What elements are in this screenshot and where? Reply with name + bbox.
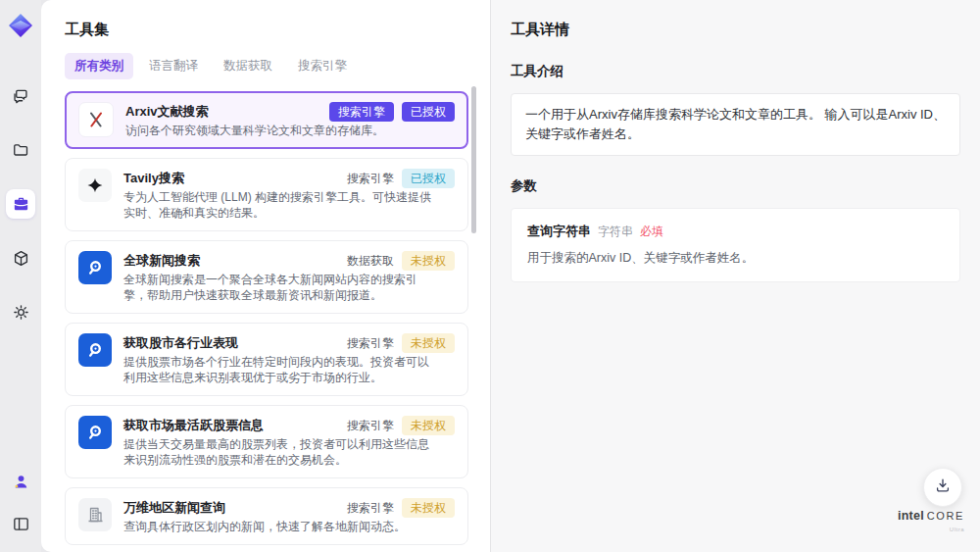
list-scrollbar-thumb[interactable] xyxy=(471,86,476,233)
download-icon xyxy=(934,477,952,498)
app-logo-icon xyxy=(7,12,34,39)
tool-category: 搜索引擎 xyxy=(347,335,394,352)
sidebar-item-files[interactable] xyxy=(6,135,35,165)
sidebar-item-tools[interactable] xyxy=(6,189,35,219)
building-icon xyxy=(78,498,112,531)
tool-auth-badge: 已授权 xyxy=(402,102,455,122)
blue-q-icon xyxy=(78,251,112,284)
blue-q-icon xyxy=(78,333,112,367)
tool-card[interactable]: 万维地区新闻查询 查询具体行政区划内的新闻，快速了解各地新闻动态。 搜索引擎 未… xyxy=(65,487,468,545)
tool-intro-text: 一个用于从Arxiv存储库搜索科学论文和文章的工具。 输入可以是Arxiv ID… xyxy=(511,93,960,156)
tool-auth-badge: 未授权 xyxy=(402,498,455,518)
gear-icon xyxy=(12,303,30,322)
tool-description: 提供当天交易量最高的股票列表，投资者可以利用这些信息来识别流动性强的股票和潜在的… xyxy=(123,436,455,468)
tool-description: 查询具体行政区划内的新闻，快速了解各地新闻动态。 xyxy=(123,519,455,534)
tool-description: 访问各个研究领域大量科学论文和文章的存储库。 xyxy=(125,123,455,138)
tool-card[interactable]: 获取市场最活跃股票信息 提供当天交易量最高的股票列表，投资者可以利用这些信息来识… xyxy=(65,405,468,478)
tab-2[interactable]: 数据获取 xyxy=(214,53,282,79)
sidebar-item-models[interactable] xyxy=(6,243,35,273)
parameter-required-badge: 必填 xyxy=(640,224,663,240)
tool-card[interactable]: Tavily搜索 专为人工智能代理 (LLM) 构建的搜索引擎工具。可快速提供实… xyxy=(65,158,468,231)
tool-auth-badge: 未授权 xyxy=(402,251,455,271)
parameter-type: 字符串 xyxy=(598,224,633,240)
tab-0[interactable]: 所有类别 xyxy=(65,53,133,79)
briefcase-icon xyxy=(12,195,30,214)
sidebar-item-chat[interactable] xyxy=(6,81,35,111)
tool-description: 全球新闻搜索是一个聚合全球各大新闻网站内容的搜索引擎，帮助用户快速获取全球最新资… xyxy=(123,272,455,303)
tool-card[interactable]: Arxiv文献搜索 访问各个研究领域大量科学论文和文章的存储库。 搜索引擎 已授… xyxy=(65,91,468,149)
parameter-card: 查询字符串 字符串 必填 用于搜索的Arxiv ID、关键字或作者姓名。 xyxy=(511,208,960,282)
cube-icon xyxy=(12,249,30,268)
tool-description: 专为人工智能代理 (LLM) 构建的搜索引擎工具。可快速提供实时、准确和真实的结… xyxy=(123,189,455,221)
tool-auth-badge: 未授权 xyxy=(402,333,455,353)
panel-toggle-icon xyxy=(12,515,30,533)
page-title: 工具集 xyxy=(65,20,490,39)
tab-1[interactable]: 语言翻译 xyxy=(139,53,208,79)
intel-core-logo: intelcore Ultra xyxy=(898,508,964,536)
folder-icon xyxy=(12,141,30,160)
tool-category: 搜索引擎 xyxy=(329,102,394,122)
tool-description: 提供股票市场各个行业在特定时间段内的表现。投资者可以利用这些信息来识别表现优于或… xyxy=(123,354,455,385)
intro-heading: 工具介绍 xyxy=(511,63,960,80)
sidebar-item-collapse[interactable] xyxy=(6,509,35,538)
tool-card[interactable]: 获取股市各行业表现 提供股票市场各个行业在特定时间段内的表现。投资者可以利用这些… xyxy=(65,323,468,396)
tool-category: 搜索引擎 xyxy=(347,171,394,187)
tool-auth-badge: 未授权 xyxy=(402,416,455,435)
parameter-description: 用于搜索的Arxiv ID、关键字或作者姓名。 xyxy=(527,249,944,268)
category-tabs: 所有类别语言翻译数据获取搜索引擎 xyxy=(65,53,490,79)
blue-q-icon xyxy=(78,416,112,449)
chat-icon xyxy=(12,87,30,106)
sidebar xyxy=(0,0,41,552)
tool-details-pane: 工具详情 工具介绍 一个用于从Arxiv存储库搜索科学论文和文章的工具。 输入可… xyxy=(490,0,980,552)
arxiv-icon xyxy=(78,102,114,137)
sidebar-item-account[interactable] xyxy=(6,467,35,496)
sidebar-item-settings[interactable] xyxy=(6,297,35,326)
tab-3[interactable]: 搜索引擎 xyxy=(288,53,357,79)
tool-list-pane: 工具集 所有类别语言翻译数据获取搜索引擎 Arxiv文献搜索 访问各个研究领域大… xyxy=(41,0,490,552)
parameter-name: 查询字符串 xyxy=(527,223,591,240)
details-title: 工具详情 xyxy=(511,20,960,39)
tool-category: 搜索引擎 xyxy=(347,418,394,434)
sparkle-icon xyxy=(78,169,112,202)
tool-card-list: Arxiv文献搜索 访问各个研究领域大量科学论文和文章的存储库。 搜索引擎 已授… xyxy=(65,91,468,545)
main-area: 工具集 所有类别语言翻译数据获取搜索引擎 Arxiv文献搜索 访问各个研究领域大… xyxy=(41,0,980,552)
user-icon xyxy=(12,473,30,491)
tool-category: 数据获取 xyxy=(347,253,394,270)
download-button[interactable] xyxy=(923,468,962,507)
tool-auth-badge: 已授权 xyxy=(402,169,455,188)
tool-category: 搜索引擎 xyxy=(347,500,394,517)
app-window: 工具集 所有类别语言翻译数据获取搜索引擎 Arxiv文献搜索 访问各个研究领域大… xyxy=(0,0,980,552)
params-heading: 参数 xyxy=(511,177,960,195)
tool-card[interactable]: 全球新闻搜索 全球新闻搜索是一个聚合全球各大新闻网站内容的搜索引擎，帮助用户快速… xyxy=(65,240,468,314)
